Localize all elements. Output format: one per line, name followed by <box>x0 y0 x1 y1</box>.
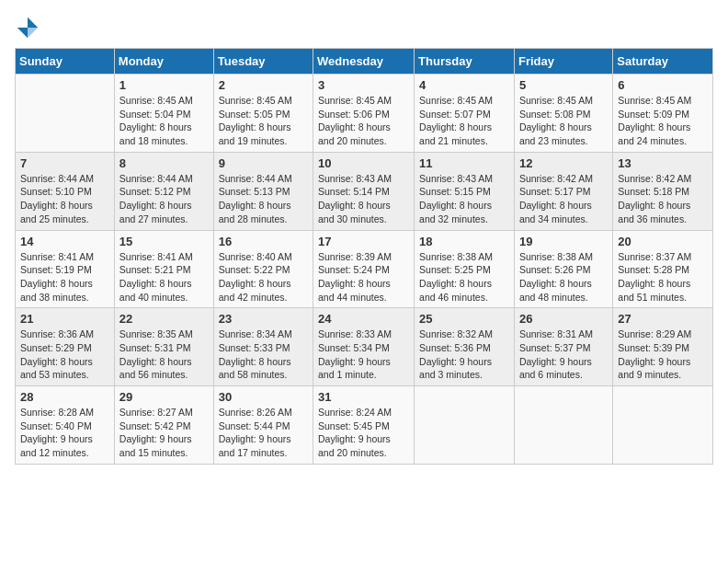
day-number: 26 <box>519 312 608 326</box>
day-number: 27 <box>618 312 708 326</box>
day-number: 8 <box>119 156 209 170</box>
day-info: Sunrise: 8:36 AMSunset: 5:29 PMDaylight:… <box>20 327 109 382</box>
day-number: 31 <box>318 390 409 404</box>
calendar-cell: 20Sunrise: 8:37 AMSunset: 5:28 PMDayligh… <box>613 230 713 308</box>
day-info: Sunrise: 8:44 AMSunset: 5:12 PMDaylight:… <box>119 172 209 226</box>
day-info: Sunrise: 8:38 AMSunset: 5:25 PMDaylight:… <box>419 250 509 304</box>
calendar-cell: 25Sunrise: 8:32 AMSunset: 5:36 PMDayligh… <box>415 308 515 386</box>
calendar-cell: 7Sunrise: 8:44 AMSunset: 5:10 PMDaylight… <box>16 152 115 230</box>
day-info: Sunrise: 8:33 AMSunset: 5:34 PMDaylight:… <box>318 327 409 382</box>
calendar-cell: 8Sunrise: 8:44 AMSunset: 5:12 PMDaylight… <box>114 152 213 230</box>
calendar-cell: 6Sunrise: 8:45 AMSunset: 5:09 PMDaylight… <box>613 75 713 153</box>
day-number: 11 <box>419 156 509 170</box>
calendar-cell: 28Sunrise: 8:28 AMSunset: 5:40 PMDayligh… <box>16 386 115 465</box>
calendar-cell: 24Sunrise: 8:33 AMSunset: 5:34 PMDayligh… <box>313 308 415 386</box>
day-number: 9 <box>219 156 308 170</box>
calendar-cell: 14Sunrise: 8:41 AMSunset: 5:19 PMDayligh… <box>16 230 115 308</box>
day-number: 20 <box>618 235 708 248</box>
day-number: 17 <box>318 235 409 248</box>
calendar-cell: 9Sunrise: 8:44 AMSunset: 5:13 PMDaylight… <box>213 152 313 230</box>
day-info: Sunrise: 8:32 AMSunset: 5:36 PMDaylight:… <box>419 327 509 382</box>
calendar-cell: 17Sunrise: 8:39 AMSunset: 5:24 PMDayligh… <box>313 230 415 308</box>
calendar-cell: 10Sunrise: 8:43 AMSunset: 5:14 PMDayligh… <box>313 152 415 230</box>
calendar-table: SundayMondayTuesdayWednesdayThursdayFrid… <box>15 48 713 465</box>
day-info: Sunrise: 8:43 AMSunset: 5:14 PMDaylight:… <box>318 172 409 226</box>
calendar-cell: 15Sunrise: 8:41 AMSunset: 5:21 PMDayligh… <box>114 230 213 308</box>
day-info: Sunrise: 8:45 AMSunset: 5:08 PMDaylight:… <box>519 94 608 148</box>
day-number: 19 <box>519 235 608 248</box>
day-info: Sunrise: 8:27 AMSunset: 5:42 PMDaylight:… <box>119 406 209 460</box>
day-info: Sunrise: 8:42 AMSunset: 5:18 PMDaylight:… <box>618 172 708 226</box>
calendar-header-row: SundayMondayTuesdayWednesdayThursdayFrid… <box>16 49 713 75</box>
calendar-cell <box>613 386 713 465</box>
day-info: Sunrise: 8:45 AMSunset: 5:09 PMDaylight:… <box>618 94 708 148</box>
calendar-cell: 2Sunrise: 8:45 AMSunset: 5:05 PMDaylight… <box>213 75 313 153</box>
calendar-week-2: 7Sunrise: 8:44 AMSunset: 5:10 PMDaylight… <box>16 152 713 230</box>
calendar-week-4: 21Sunrise: 8:36 AMSunset: 5:29 PMDayligh… <box>16 308 713 386</box>
day-number: 23 <box>219 312 308 326</box>
day-info: Sunrise: 8:28 AMSunset: 5:40 PMDaylight:… <box>20 406 109 460</box>
day-number: 6 <box>618 78 708 92</box>
day-info: Sunrise: 8:41 AMSunset: 5:19 PMDaylight:… <box>20 250 109 304</box>
calendar-cell: 30Sunrise: 8:26 AMSunset: 5:44 PMDayligh… <box>213 386 313 465</box>
day-number: 25 <box>419 312 509 326</box>
calendar-cell: 31Sunrise: 8:24 AMSunset: 5:45 PMDayligh… <box>313 386 415 465</box>
calendar-cell: 18Sunrise: 8:38 AMSunset: 5:25 PMDayligh… <box>415 230 515 308</box>
calendar-cell: 27Sunrise: 8:29 AMSunset: 5:39 PMDayligh… <box>613 308 713 386</box>
day-info: Sunrise: 8:45 AMSunset: 5:07 PMDaylight:… <box>419 94 509 148</box>
header-wednesday: Wednesday <box>313 49 415 75</box>
calendar-week-1: 1Sunrise: 8:45 AMSunset: 5:04 PMDaylight… <box>16 75 713 153</box>
day-number: 30 <box>219 390 308 404</box>
day-info: Sunrise: 8:44 AMSunset: 5:13 PMDaylight:… <box>219 172 308 226</box>
logo <box>15 15 44 40</box>
calendar-cell: 29Sunrise: 8:27 AMSunset: 5:42 PMDayligh… <box>114 386 213 465</box>
header-tuesday: Tuesday <box>213 49 313 75</box>
calendar-cell: 23Sunrise: 8:34 AMSunset: 5:33 PMDayligh… <box>213 308 313 386</box>
day-number: 22 <box>119 312 209 326</box>
day-info: Sunrise: 8:43 AMSunset: 5:15 PMDaylight:… <box>419 172 509 226</box>
svg-marker-2 <box>17 28 28 38</box>
day-number: 24 <box>318 312 409 326</box>
calendar-cell: 26Sunrise: 8:31 AMSunset: 5:37 PMDayligh… <box>514 308 612 386</box>
calendar-cell: 13Sunrise: 8:42 AMSunset: 5:18 PMDayligh… <box>613 152 713 230</box>
day-info: Sunrise: 8:35 AMSunset: 5:31 PMDaylight:… <box>119 327 209 382</box>
day-number: 2 <box>219 78 308 92</box>
day-info: Sunrise: 8:38 AMSunset: 5:26 PMDaylight:… <box>519 250 608 304</box>
day-number: 18 <box>419 235 509 248</box>
day-info: Sunrise: 8:40 AMSunset: 5:22 PMDaylight:… <box>219 250 308 304</box>
day-info: Sunrise: 8:45 AMSunset: 5:06 PMDaylight:… <box>318 94 409 148</box>
calendar-cell <box>514 386 612 465</box>
calendar-cell <box>16 75 115 153</box>
day-info: Sunrise: 8:26 AMSunset: 5:44 PMDaylight:… <box>219 406 308 460</box>
calendar-cell: 21Sunrise: 8:36 AMSunset: 5:29 PMDayligh… <box>16 308 115 386</box>
day-number: 5 <box>519 78 608 92</box>
logo-icon <box>15 15 40 40</box>
svg-marker-1 <box>28 28 38 38</box>
calendar-cell: 11Sunrise: 8:43 AMSunset: 5:15 PMDayligh… <box>415 152 515 230</box>
day-info: Sunrise: 8:45 AMSunset: 5:04 PMDaylight:… <box>119 94 209 148</box>
day-number: 7 <box>20 156 109 170</box>
header-thursday: Thursday <box>415 49 515 75</box>
day-number: 29 <box>119 390 209 404</box>
day-info: Sunrise: 8:42 AMSunset: 5:17 PMDaylight:… <box>519 172 608 226</box>
svg-marker-0 <box>28 17 38 28</box>
day-number: 4 <box>419 78 509 92</box>
day-info: Sunrise: 8:45 AMSunset: 5:05 PMDaylight:… <box>219 94 308 148</box>
day-info: Sunrise: 8:41 AMSunset: 5:21 PMDaylight:… <box>119 250 209 304</box>
calendar-cell: 5Sunrise: 8:45 AMSunset: 5:08 PMDaylight… <box>514 75 612 153</box>
calendar-cell <box>415 386 515 465</box>
calendar-cell: 22Sunrise: 8:35 AMSunset: 5:31 PMDayligh… <box>114 308 213 386</box>
calendar-cell: 12Sunrise: 8:42 AMSunset: 5:17 PMDayligh… <box>514 152 612 230</box>
day-number: 15 <box>119 235 209 248</box>
day-info: Sunrise: 8:37 AMSunset: 5:28 PMDaylight:… <box>618 250 708 304</box>
day-info: Sunrise: 8:24 AMSunset: 5:45 PMDaylight:… <box>318 406 409 460</box>
day-number: 12 <box>519 156 608 170</box>
calendar-cell: 4Sunrise: 8:45 AMSunset: 5:07 PMDaylight… <box>415 75 515 153</box>
day-info: Sunrise: 8:34 AMSunset: 5:33 PMDaylight:… <box>219 327 308 382</box>
day-info: Sunrise: 8:29 AMSunset: 5:39 PMDaylight:… <box>618 327 708 382</box>
header-friday: Friday <box>514 49 612 75</box>
calendar-cell: 3Sunrise: 8:45 AMSunset: 5:06 PMDaylight… <box>313 75 415 153</box>
calendar-week-3: 14Sunrise: 8:41 AMSunset: 5:19 PMDayligh… <box>16 230 713 308</box>
header-saturday: Saturday <box>613 49 713 75</box>
day-number: 10 <box>318 156 409 170</box>
